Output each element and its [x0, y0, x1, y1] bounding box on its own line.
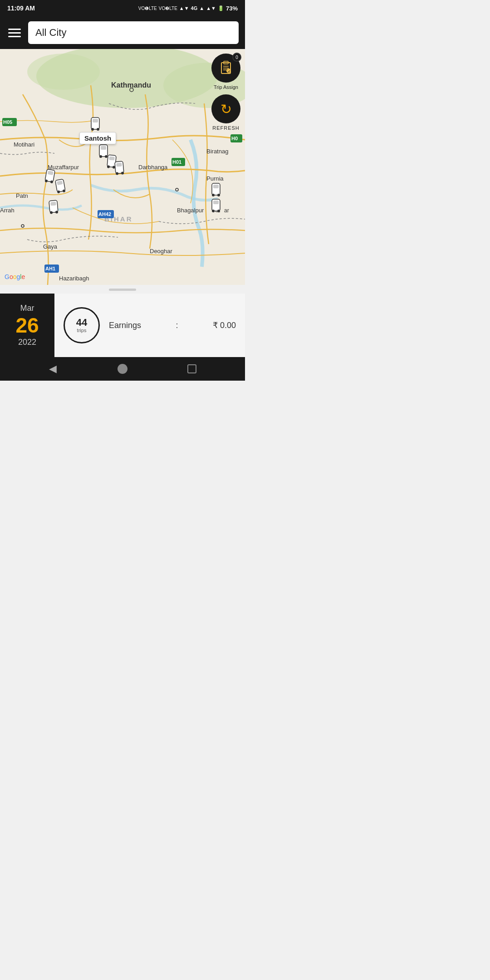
- earnings-title: Earnings: [109, 321, 141, 330]
- svg-text:Motihari: Motihari: [14, 141, 34, 148]
- svg-text:Gaya: Gaya: [43, 243, 58, 250]
- svg-point-67: [212, 210, 215, 212]
- google-logo: Google: [5, 273, 25, 280]
- svg-text:Purnia: Purnia: [206, 175, 224, 182]
- network-type-icon: 4G: [191, 5, 198, 11]
- clipboard-icon: ✓: [218, 60, 234, 76]
- svg-text:AH1: AH1: [45, 266, 55, 271]
- svg-text:Bhagalpur: Bhagalpur: [177, 207, 204, 214]
- svg-rect-42: [109, 157, 115, 161]
- svg-text:Patn: Patn: [16, 192, 28, 199]
- recents-icon: [187, 364, 196, 373]
- trips-circle: 44 trips: [64, 307, 100, 343]
- svg-rect-46: [116, 163, 122, 167]
- trip-assign-badge: 0: [232, 53, 241, 62]
- trips-label: trips: [77, 328, 87, 333]
- home-button[interactable]: [114, 361, 131, 377]
- svg-rect-34: [93, 119, 98, 122]
- svg-point-64: [217, 194, 220, 196]
- signal2-icon: ▲▼: [206, 5, 216, 11]
- recents-button[interactable]: [184, 361, 200, 377]
- date-year: 2022: [18, 338, 36, 347]
- nav-bar: ◀: [0, 357, 245, 381]
- home-icon: [118, 364, 127, 374]
- hamburger-line-1: [8, 29, 21, 30]
- map-overlay: ✓ 0 Trip Assign ↻ REFRESH: [211, 54, 240, 131]
- svg-text:H0: H0: [231, 136, 238, 141]
- battery-icon: 🔋: [218, 5, 224, 11]
- svg-text:Muzaffarpur: Muzaffarpur: [48, 164, 79, 171]
- data-icon: ▲▼: [179, 5, 189, 11]
- city-selector-input[interactable]: [28, 21, 239, 44]
- menu-button[interactable]: [6, 27, 23, 39]
- status-icons: VO❶LTE VO❷LTE ▲▼ 4G ▲ ▲▼ 🔋 73%: [138, 5, 238, 12]
- svg-text:Deoghar: Deoghar: [150, 248, 173, 255]
- refresh-icon: ↻: [220, 101, 232, 117]
- refresh-button[interactable]: ↻ REFRESH: [211, 94, 240, 131]
- signal-icon: ▲: [199, 5, 204, 11]
- svg-text:ar: ar: [224, 207, 229, 214]
- svg-text:✓: ✓: [228, 70, 230, 73]
- map-view[interactable]: Kathmandu Motihari Muzaffarpur Darbhanga…: [0, 49, 245, 285]
- date-month: Mar: [20, 304, 34, 313]
- svg-text:Arrah: Arrah: [0, 207, 15, 214]
- trip-assign-circle: ✓ 0: [211, 54, 240, 83]
- network2-icon: VO❷LTE: [159, 6, 177, 11]
- drag-pill: [109, 289, 136, 291]
- svg-rect-66: [213, 201, 219, 204]
- earnings-section: 44 trips Earnings : ₹ 0.00: [54, 294, 245, 357]
- header: [0, 16, 245, 49]
- svg-point-68: [217, 210, 220, 212]
- svg-point-36: [97, 128, 99, 131]
- network-icon: VO❶LTE: [138, 6, 157, 11]
- svg-rect-62: [213, 185, 219, 188]
- trip-assign-label: Trip Assign: [214, 84, 238, 90]
- svg-text:Hazaribagh: Hazaribagh: [59, 275, 89, 282]
- trip-assign-button[interactable]: ✓ 0 Trip Assign: [211, 54, 240, 90]
- svg-text:H01: H01: [172, 159, 181, 165]
- svg-point-40: [105, 155, 108, 158]
- svg-text:Kathmandu: Kathmandu: [111, 81, 151, 89]
- svg-text:Biratnag: Biratnag: [206, 148, 228, 155]
- svg-point-35: [91, 128, 94, 131]
- status-time: 11:09 AM: [7, 5, 35, 12]
- status-bar: 11:09 AM VO❶LTE VO❷LTE ▲▼ 4G ▲ ▲▼ 🔋 73%: [0, 0, 245, 16]
- date-section: Mar 26 2022: [0, 294, 54, 357]
- back-icon: ◀: [49, 363, 57, 375]
- santosh-label: Santosh: [79, 132, 116, 144]
- date-day: 26: [15, 315, 39, 336]
- svg-point-39: [99, 155, 102, 158]
- map-svg: Kathmandu Motihari Muzaffarpur Darbhanga…: [0, 49, 245, 285]
- hamburger-line-2: [8, 32, 21, 34]
- back-button[interactable]: ◀: [45, 361, 61, 377]
- svg-text:H05: H05: [3, 119, 12, 125]
- svg-text:Darbhanga: Darbhanga: [138, 164, 168, 171]
- hamburger-line-3: [8, 36, 21, 37]
- svg-rect-58: [50, 202, 56, 206]
- earnings-value: ₹ 0.00: [213, 320, 236, 330]
- refresh-label: REFRESH: [212, 125, 240, 131]
- svg-point-63: [212, 194, 215, 196]
- refresh-circle: ↻: [211, 94, 240, 123]
- battery-level: 73%: [226, 5, 238, 12]
- svg-point-3: [27, 54, 100, 90]
- svg-text:AH42: AH42: [98, 211, 111, 217]
- bottom-panel: Mar 26 2022 44 trips Earnings : ₹ 0.00: [0, 294, 245, 357]
- earnings-info: Earnings : ₹ 0.00: [109, 320, 236, 330]
- drag-indicator: [0, 285, 245, 294]
- trips-count: 44: [76, 318, 87, 328]
- earnings-colon: :: [176, 321, 178, 330]
- svg-rect-38: [101, 146, 106, 150]
